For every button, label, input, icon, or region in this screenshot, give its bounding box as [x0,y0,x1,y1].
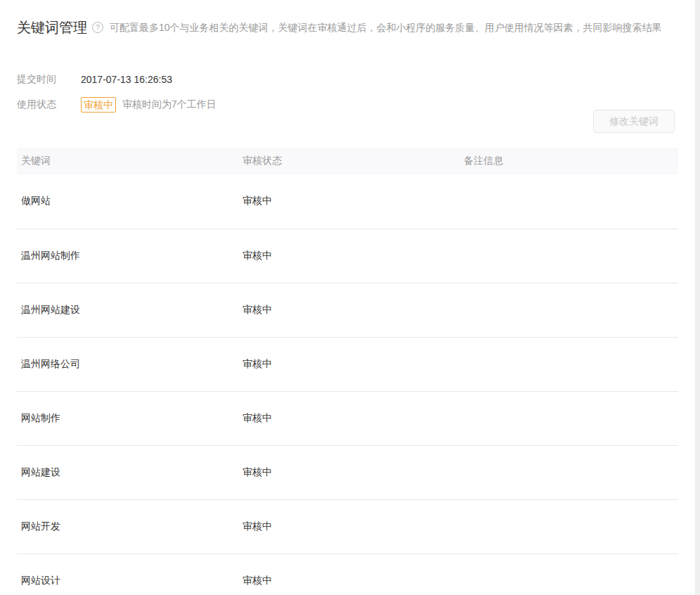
status-note: 审核时间为7个工作日 [122,98,216,111]
remark-cell [460,174,678,229]
page-title: 关键词管理 [17,20,87,35]
status-badge: 审核中 [81,97,116,113]
status-cell: 审核中 [238,283,460,337]
remark-cell [460,445,678,499]
remark-cell [460,337,678,391]
remark-cell [460,283,678,337]
keyword-cell: 做网站 [17,174,238,229]
status-cell: 审核中 [238,391,460,445]
status-cell: 审核中 [238,229,460,283]
remark-cell [460,499,678,554]
submit-time-label: 提交时间 [17,73,81,86]
column-header-keyword: 关键词 [17,148,238,174]
status-cell: 审核中 [238,445,460,499]
page-header: 关键词管理 ? 可配置最多10个与业务相关的关键词，关键词在审核通过后，会和小程… [0,0,700,35]
keyword-cell: 网站开发 [17,499,238,554]
status-cell: 审核中 [238,499,460,554]
column-header-remark: 备注信息 [460,148,678,174]
table-header-row: 关键词 审核状态 备注信息 [17,148,678,174]
keywords-table: 关键词 审核状态 备注信息 做网站 审核中 温州网站制作 审核中 温州网站建设 … [17,148,678,595]
keyword-management-page: 关键词管理 ? 可配置最多10个与业务相关的关键词，关键词在审核通过后，会和小程… [0,0,700,595]
table-row: 温州网站建设 审核中 [17,283,678,337]
table-row: 网站设计 审核中 [17,554,678,595]
submit-time-row: 提交时间 2017-07-13 16:26:53 [17,72,683,87]
help-icon[interactable]: ? [92,22,103,33]
keyword-cell: 网站设计 [17,554,238,595]
table-row: 温州网络公司 审核中 [17,337,678,391]
table-row: 网站建设 审核中 [17,445,678,499]
table-row: 做网站 审核中 [17,174,678,229]
table-row: 网站制作 审核中 [17,391,678,445]
table-row: 温州网站制作 审核中 [17,229,678,283]
remark-cell [460,229,678,283]
keyword-cell: 温州网络公司 [17,337,238,391]
page-description: 可配置最多10个与业务相关的关键词，关键词在审核通过后，会和小程序的服务质量、用… [110,20,662,34]
keyword-cell: 网站建设 [17,445,238,499]
remark-cell [460,554,678,595]
status-cell: 审核中 [238,174,460,229]
submit-time-value: 2017-07-13 16:26:53 [81,74,172,85]
table-row: 网站开发 审核中 [17,499,678,554]
page-right-gutter [695,0,700,595]
keyword-cell: 温州网站制作 [17,229,238,283]
status-cell: 审核中 [238,554,460,595]
remark-cell [460,391,678,445]
status-label: 使用状态 [17,98,81,111]
status-row: 使用状态 审核中 审核时间为7个工作日 [17,97,683,113]
status-cell: 审核中 [238,337,460,391]
column-header-status: 审核状态 [238,148,460,174]
keyword-cell: 网站制作 [17,391,238,445]
meta-section: 提交时间 2017-07-13 16:26:53 使用状态 审核中 审核时间为7… [17,72,683,113]
edit-keywords-button[interactable]: 修改关键词 [593,110,675,133]
keyword-cell: 温州网站建设 [17,283,238,337]
